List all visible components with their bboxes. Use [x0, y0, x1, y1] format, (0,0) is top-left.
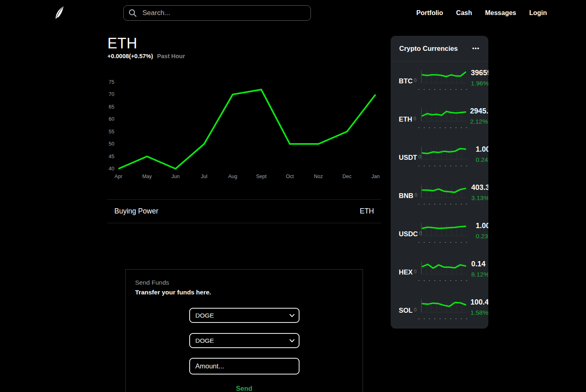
coin-sparkline [421, 221, 467, 237]
coin-sparkline [421, 298, 467, 314]
coin-symbol: BNB [399, 192, 413, 200]
coin-price: 2945.3 [470, 106, 488, 116]
coin-change-percent: 8.12% [471, 270, 488, 279]
coin-symbol: USDT [399, 154, 417, 161]
watchlist-row-sol[interactable]: SOL0100.401.58% [391, 291, 488, 329]
to-currency-select[interactable]: DOGE [189, 333, 300, 348]
watchlist-row-usdc[interactable]: USDC01.000.23% [391, 215, 488, 253]
nav-login[interactable]: Login [529, 9, 547, 17]
coin-sparkline [421, 259, 467, 276]
sparkline-axis-label: 0 [414, 269, 417, 274]
x-axis-label: Aug [228, 174, 237, 179]
nav-portfolio[interactable]: Portfolio [416, 9, 443, 17]
coin-price: 1.00 [476, 220, 488, 231]
price-change-line: +0.0008(+0.57%) Past Hour [107, 53, 185, 59]
coin-price-block: 100.401.58% [470, 297, 488, 317]
x-axis-label: Dec [342, 174, 351, 179]
watchlist-header: Crypto Currencies [391, 36, 488, 62]
coin-price-block: 403.33.13% [471, 182, 488, 202]
sparkline-tick-dots [416, 89, 468, 90]
price-line-series [118, 89, 376, 169]
sparkline-tick-dots [416, 242, 468, 243]
x-axis-label: Oct [286, 174, 294, 179]
sparkline-axis-label: 0 [414, 307, 417, 313]
x-axis-label: Sept [256, 174, 267, 179]
y-axis-tick: 55 [109, 129, 114, 135]
coin-label: HEX0 [399, 253, 417, 291]
x-axis-label: Jul [201, 174, 208, 179]
buying-power-value: ETH [360, 207, 374, 216]
to-currency-select-wrap: DOGE [189, 333, 300, 348]
coin-sparkline [421, 145, 467, 161]
coin-symbol: SOL [399, 307, 413, 314]
coin-symbol: USDC [399, 230, 418, 238]
y-axis-tick: 40 [109, 166, 114, 172]
send-funds-title: Send Funds [135, 279, 169, 286]
y-axis-tick: 45 [109, 154, 114, 159]
buying-power-row[interactable]: Buying Power ETH [107, 199, 381, 223]
coin-symbol: BTC [399, 77, 413, 85]
amount-input[interactable] [189, 358, 300, 375]
sparkline-axis-label: 0 [414, 78, 417, 83]
coin-change-percent: 1.58% [470, 308, 488, 317]
sparkline-tick-dots [416, 318, 468, 320]
send-button[interactable]: Send [126, 384, 363, 392]
watchlist-row-eth[interactable]: ETH02945.32.12% [391, 100, 488, 138]
coin-price: 1.00 [476, 144, 488, 155]
page-title-symbol: ETH [107, 35, 138, 52]
coin-price: 39659 [471, 68, 488, 78]
x-axis-label: Jun [171, 174, 179, 179]
y-axis-tick: 50 [109, 141, 114, 147]
y-axis-tick: 70 [109, 91, 114, 97]
price-line-chart[interactable]: 7570656055504540AprMayJunJulAugSeptOctNo… [107, 75, 381, 182]
coin-price-block: 2945.32.12% [470, 106, 488, 126]
nav-messages[interactable]: Messages [485, 9, 516, 17]
sparkline-axis-label: 0 [413, 116, 416, 122]
y-axis-tick: 65 [109, 104, 114, 110]
y-axis-tick: 60 [109, 116, 114, 122]
sparkline-tick-dots [416, 203, 468, 205]
coin-price-block: 1.000.23% [476, 220, 488, 240]
coin-price-block: 1.000.24% [476, 144, 488, 164]
sparkline-tick-dots [416, 127, 468, 128]
coin-change-percent: 0.24% [476, 155, 488, 164]
x-axis-label: May [142, 174, 152, 179]
coin-price-block: 396591.96% [471, 68, 488, 87]
coin-label: ETH0 [399, 100, 416, 138]
coin-symbol: HEX [399, 268, 413, 276]
watchlist-row-btc[interactable]: BTC0396591.96% [391, 62, 488, 100]
coin-label: USDC0 [399, 215, 422, 253]
buying-power-label: Buying Power [114, 207, 158, 216]
main-nav: Portfolio Cash Messages Login [416, 0, 547, 26]
coin-change-percent: 1.96% [471, 79, 488, 87]
coin-label: BTC0 [399, 62, 417, 100]
ellipsis-icon[interactable] [472, 48, 479, 49]
send-funds-subtitle: Transfer your funds here. [135, 289, 211, 296]
watchlist-row-hex[interactable]: HEX00.148.12% [391, 253, 488, 291]
y-axis-tick: 75 [109, 79, 114, 85]
watchlist-row-bnb[interactable]: BNB0403.33.13% [391, 176, 488, 215]
coin-symbol: ETH [399, 115, 412, 123]
x-axis-label: Noz [314, 174, 323, 179]
x-axis-label: Apr [114, 174, 122, 179]
coin-sparkline [421, 68, 467, 85]
watchlist-row-usdt[interactable]: USDT01.000.24% [391, 138, 488, 176]
top-navigation-bar: Portfolio Cash Messages Login [0, 0, 586, 26]
search-bar [123, 5, 311, 21]
search-input[interactable] [142, 9, 306, 17]
coin-change-percent: 2.12% [470, 117, 488, 126]
coin-change-percent: 3.13% [471, 194, 488, 202]
send-funds-card: Send Funds Transfer your funds here. DOG… [125, 269, 363, 392]
price-change-period: Past Hour [157, 53, 185, 59]
coin-sparkline [421, 183, 467, 199]
coin-label: USDT0 [399, 138, 421, 176]
sparkline-tick-dots [416, 280, 468, 281]
from-currency-select[interactable]: DOGE [189, 308, 300, 323]
coin-label: SOL0 [399, 291, 417, 329]
nav-cash[interactable]: Cash [456, 9, 472, 17]
from-currency-select-wrap: DOGE [189, 308, 300, 323]
coin-price: 403.3 [471, 182, 488, 193]
amount-field-wrap [189, 358, 300, 375]
robinhood-feather-icon[interactable] [54, 6, 65, 20]
watchlist-rows: BTC0396591.96%ETH02945.32.12%USDT01.000.… [391, 62, 488, 329]
